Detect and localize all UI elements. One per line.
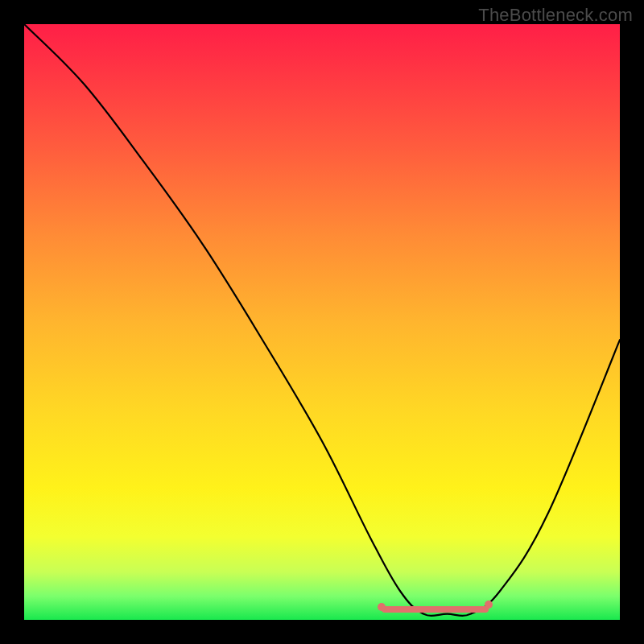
- optimal-range-marker: [382, 606, 489, 613]
- chart-plot-area: [24, 24, 620, 620]
- watermark-label: TheBottleneck.com: [478, 5, 633, 26]
- bottleneck-curve: [24, 24, 620, 620]
- optimal-range-dot-left: [378, 603, 386, 611]
